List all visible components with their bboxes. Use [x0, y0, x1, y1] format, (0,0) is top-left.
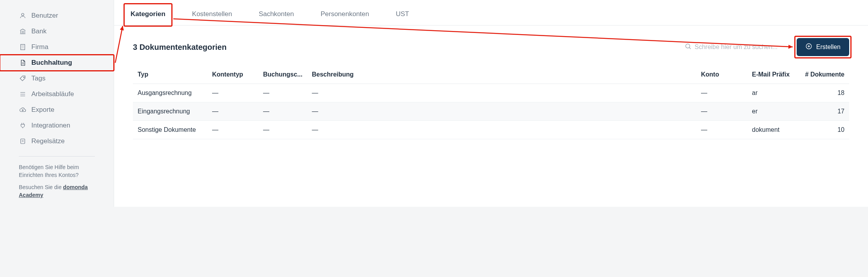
cell-typ: Ausgangsrechnung	[133, 84, 207, 102]
col-buchungscode[interactable]: Buchungsc...	[258, 66, 307, 84]
cell-kontentyp: —	[207, 121, 258, 139]
cell-buchungscode: —	[258, 84, 307, 102]
sidebar-item-bank[interactable]: Bank	[0, 24, 114, 39]
cell-kontentyp: —	[207, 84, 258, 102]
cell-dokumente: 10	[798, 121, 849, 139]
plus-circle-icon	[805, 43, 812, 51]
sidebar-item-label: Exporte	[31, 106, 54, 114]
content-header: 3 Dokumentenkategorien Erstellen	[114, 26, 868, 66]
tab-personenkonten[interactable]: Personenkonten	[315, 5, 375, 25]
cell-emailprefix: dokument	[747, 121, 798, 139]
plug-icon	[19, 122, 27, 129]
bank-icon	[19, 27, 27, 35]
sidebar-item-label: Firma	[31, 43, 48, 51]
cell-dokumente: 18	[798, 84, 849, 102]
cell-typ: Sonstige Dokumente	[133, 121, 207, 139]
sidebar-item-label: Arbeitsabläufe	[31, 90, 74, 98]
tab-sachkonten[interactable]: Sachkonten	[253, 5, 300, 25]
cell-konto: —	[696, 102, 747, 121]
cell-beschreibung: —	[307, 102, 696, 121]
cell-emailprefix: ar	[747, 84, 798, 102]
cell-beschreibung: —	[307, 121, 696, 139]
search-wrap	[685, 43, 789, 51]
sidebar-item-firma[interactable]: Firma	[0, 39, 114, 55]
user-icon	[19, 12, 27, 20]
col-konto[interactable]: Konto	[696, 66, 747, 84]
create-button-label: Erstellen	[816, 44, 841, 51]
sidebar-item-label: Bank	[31, 27, 47, 35]
sidebar-item-label: Integrationen	[31, 122, 70, 129]
sidebar-item-buchhaltung[interactable]: Buchhaltung	[0, 55, 114, 71]
workflow-icon	[19, 90, 27, 98]
col-dokumente[interactable]: # Dokumente	[798, 66, 849, 84]
sidebar: Benutzer Bank Firma Buchhaltung Tags	[0, 0, 114, 207]
cell-beschreibung: —	[307, 84, 696, 102]
building-icon	[19, 43, 27, 51]
svg-point-0	[22, 13, 24, 16]
tab-ust[interactable]: UST	[390, 5, 415, 25]
table-row[interactable]: Sonstige Dokumente — — — — dokument 10	[133, 121, 849, 139]
main-content: Kategorien Kostenstellen Sachkonten Pers…	[114, 0, 868, 207]
sidebar-item-benutzer[interactable]: Benutzer	[0, 8, 114, 24]
help-line2: Besuchen Sie die	[19, 184, 62, 190]
tabs: Kategorien Kostenstellen Sachkonten Pers…	[114, 0, 868, 26]
categories-table: Typ Kontentyp Buchungsc... Beschreibung …	[133, 66, 849, 139]
cell-dokumente: 17	[798, 102, 849, 121]
help-block: Benötigen Sie Hilfe beim Einrichten Ihre…	[0, 164, 114, 199]
col-typ[interactable]: Typ	[133, 66, 207, 84]
cell-konto: —	[696, 84, 747, 102]
svg-rect-3	[21, 139, 25, 144]
tab-kategorien[interactable]: Kategorien	[125, 5, 171, 25]
tab-kostenstellen[interactable]: Kostenstellen	[187, 5, 238, 25]
cell-kontentyp: —	[207, 102, 258, 121]
svg-rect-1	[21, 44, 25, 50]
cell-typ: Eingangsrechnung	[133, 102, 207, 121]
page-title: 3 Dokumentenkategorien	[133, 43, 227, 52]
sidebar-item-label: Regelsätze	[31, 137, 65, 145]
sidebar-item-label: Benutzer	[31, 12, 58, 20]
sidebar-item-exporte[interactable]: Exporte	[0, 102, 114, 118]
col-kontentyp[interactable]: Kontentyp	[207, 66, 258, 84]
svg-point-2	[24, 77, 24, 78]
sidebar-item-label: Tags	[31, 75, 45, 82]
sidebar-item-integrationen[interactable]: Integrationen	[0, 118, 114, 133]
col-emailprefix[interactable]: E-Mail Präfix	[747, 66, 798, 84]
table-row[interactable]: Eingangsrechnung — — — — er 17	[133, 102, 849, 121]
sidebar-item-regelsaetze[interactable]: Regelsätze	[0, 133, 114, 149]
cell-buchungscode: —	[258, 121, 307, 139]
tag-icon	[19, 75, 27, 82]
rules-icon	[19, 137, 27, 145]
create-button[interactable]: Erstellen	[797, 38, 849, 56]
sidebar-item-arbeitsablaeufe[interactable]: Arbeitsabläufe	[0, 86, 114, 102]
svg-point-4	[686, 44, 690, 48]
sidebar-divider	[19, 156, 95, 157]
table-header-row: Typ Kontentyp Buchungsc... Beschreibung …	[133, 66, 849, 84]
cell-emailprefix: er	[747, 102, 798, 121]
col-beschreibung[interactable]: Beschreibung	[307, 66, 696, 84]
cell-konto: —	[696, 121, 747, 139]
table-row[interactable]: Ausgangsrechnung — — — — ar 18	[133, 84, 849, 102]
cloud-icon	[19, 106, 27, 114]
search-icon	[685, 43, 692, 51]
document-icon	[19, 59, 27, 67]
sidebar-item-tags[interactable]: Tags	[0, 71, 114, 86]
help-line1: Benötigen Sie Hilfe beim Einrichten Ihre…	[19, 164, 95, 179]
sidebar-item-label: Buchhaltung	[31, 59, 72, 67]
search-input[interactable]	[695, 44, 789, 51]
cell-buchungscode: —	[258, 102, 307, 121]
